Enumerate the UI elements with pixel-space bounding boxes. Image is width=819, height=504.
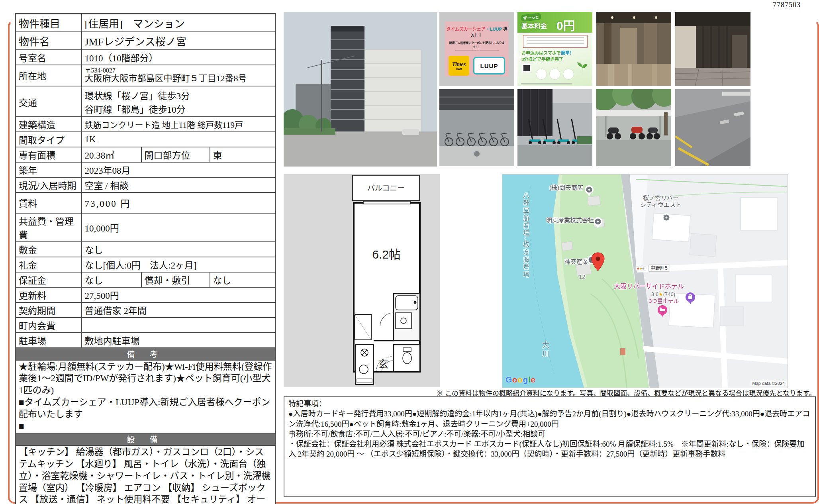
google-logo: Google: [506, 375, 535, 384]
flyer-infobox: [523, 35, 588, 48]
cell-label: 保証金: [16, 272, 82, 287]
cell-value: なし[個人:0円 法人:2ヶ月]: [82, 257, 276, 272]
map-intersection-sign: 中野町5: [648, 265, 670, 272]
flyer-footer-text: [521, 83, 572, 84]
cell-label: 礼金: [16, 257, 82, 272]
cell-value: 鉄筋コンクリート造 地上11階 総戸数119戸: [82, 117, 276, 132]
access-line: 谷町線「都島」徒歩10分: [85, 102, 272, 116]
cell-label: 契約期間: [16, 302, 82, 318]
map-label-river-city: 桜ノ宮リバーシティウエスト: [637, 194, 685, 208]
cell-label: 物件種目: [16, 14, 82, 32]
photo-building-exterior: [284, 12, 437, 167]
cell-label: 更新料: [16, 287, 82, 302]
cell-label: 所在地: [16, 65, 82, 86]
map-copyright: Map data ©2024: [750, 380, 787, 386]
photo-luup-port: [517, 89, 592, 166]
map-label-subject: 神交産業: [564, 258, 588, 265]
notes-paragraph: ・保証会社：保証会社利用必須 株式会社エポスカード エポスカード(保証人なし)初…: [288, 439, 811, 459]
traffic-signal-icon: [635, 266, 646, 271]
flyer-circle: [549, 69, 560, 80]
cell-label: 間取タイプ: [16, 132, 82, 147]
map-label-hotel: 大阪リバーサイドホテル: [614, 283, 679, 290]
cell-sublabel: 償却・敷引: [141, 272, 210, 287]
cell-value: なし: [82, 272, 141, 287]
cell-label: 敷金: [16, 242, 82, 257]
cell-label: 専有面積: [16, 147, 82, 162]
map-label-pier: 八軒屋船着場-枚方船着場: [522, 192, 529, 304]
rent-value: 73,000 円: [82, 192, 276, 213]
times-car-logo: Times CAR: [449, 56, 469, 76]
access-line: 環状線「桜ノ宮」徒歩3分: [85, 88, 272, 102]
remarks-line: ■タイムズカーシェア・LUUP導入:新規ご入居者様へクーポン配布いたします: [19, 396, 272, 420]
zero-yen-flyer: ずーっと 基本料金 0円 お申込みはスマホで簡単！ 3分ほどで手続き完了: [517, 12, 592, 86]
photo-lobby-interior: [596, 12, 671, 86]
floor-plan-drawing: バルコニー 6.2帖: [284, 174, 440, 387]
cell-label: 物件名: [16, 32, 82, 50]
qr-code: [522, 64, 531, 73]
cell-value: 10,000円: [82, 213, 276, 242]
cell-label: 交通: [16, 86, 82, 117]
cell-label: 建築構造: [16, 117, 82, 132]
cell-value: なし: [82, 242, 276, 257]
property-table: 物件種目 [住居用] マンション 物件名 JMFレジデンス桜ノ宮 号室名 101…: [15, 13, 276, 504]
map-label-hotel-class: 3つ星ホテル: [649, 298, 679, 304]
photo-moped-parking: [596, 89, 671, 166]
cell-value: 空室 / 相談: [82, 177, 276, 192]
remarks-line: ■: [19, 420, 272, 432]
bicycle-parking-image: [439, 89, 514, 166]
corridor-image: [675, 12, 750, 86]
luup-logo: LUUP: [473, 57, 505, 75]
cell-subvalue: なし: [210, 272, 276, 287]
postal-code: 〒534-0027: [85, 67, 272, 74]
cell-value: 27,500円: [82, 287, 276, 302]
flyer-line3: お申込みはスマホで簡単！: [521, 49, 574, 56]
parking-lot-image: [675, 89, 750, 166]
photo-zero-yen-flyer: ずーっと 基本料金 0円 お申込みはスマホで簡単！ 3分ほどで手続き完了: [517, 12, 592, 86]
lobby-image: [596, 12, 671, 86]
cell-label: 駐車場: [16, 333, 82, 348]
photo-bicycle-parking: [439, 89, 514, 166]
star-icon: ★: [658, 291, 663, 297]
photo-times-luup-card: タイムズカーシェア・LUUP 導入！！ 新規ご入居者様にクーポンを配布しておりま…: [439, 12, 514, 86]
map-label-company: 明東産業株式会社: [546, 217, 594, 224]
cell-sublabel: 開口部方位: [141, 147, 210, 162]
document-number: 7787503: [773, 1, 801, 9]
photo-entrance-corridor: [675, 12, 750, 86]
cell-value: 1010（10階部分）: [82, 50, 276, 65]
equipment-text: 【キッチン】 給湯器（都市ガス）・ガスコンロ（2口）・システムキッチン 【水廻り…: [16, 445, 276, 504]
cell-value: 普通借家 2年間: [82, 302, 276, 318]
address: 大阪府大阪市都島区中野町５丁目12番8号: [85, 74, 272, 83]
cell-value: 2023年08月: [82, 162, 276, 177]
flyer-zero-yen: 0円: [556, 16, 575, 33]
moped-parking-image: [596, 89, 671, 166]
cell-value: [住居用] マンション: [82, 14, 276, 32]
location-map: (株)問矢商店 明東産業株式会社 桜ノ宮リバーシティウエスト 神交産業 12 中…: [502, 174, 788, 388]
section-header-remarks: 備 考: [16, 348, 276, 360]
photo-parking-lot: [675, 89, 750, 166]
cell-value: 1K: [82, 132, 276, 147]
room-size-label: 6.2帖: [372, 248, 401, 261]
map-label-shop: (株)問矢商店: [549, 184, 583, 191]
floor-plan: バルコニー 6.2帖: [284, 174, 440, 387]
map-label-hotel-rating: 3.6★(740): [651, 292, 675, 298]
notes-paragraph: 事務所:不可/飲食店:不可/二人入居:不可/ピアノ:不可/楽器:不可/小型犬:相…: [288, 429, 811, 439]
notes-title: 特記事項：: [288, 399, 811, 409]
plant-sprout-icon: [574, 59, 590, 75]
section-header-equipment: 設 備: [16, 433, 276, 445]
cell-subvalue: 東: [210, 147, 276, 162]
cell-label: 現況/入居時期: [16, 177, 82, 192]
remarks-line: ★駐輪場:月額無料(ステッカー配布)★Wi-Fi使用料無料(登録作業後1～2週間…: [19, 361, 272, 397]
cell-value: 敷地内駐車場: [82, 333, 276, 348]
property-sheet: 7787503 物件種目 [住居用] マンション 物件名 JMFレジデンス桜ノ宮…: [0, 0, 819, 504]
entrance-label: 玄: [378, 359, 388, 370]
flyer-line4: 3分ほどで手続き完了: [521, 56, 563, 62]
notes-paragraph: ●入居時カードキー発行費用33,000円●短期解約違約金:1年以内1ヶ月(共込)…: [288, 409, 811, 429]
cell-value: 20.38㎡: [82, 147, 141, 162]
cell-value: JMFレジデンス桜ノ宮: [82, 32, 276, 50]
cell-label: 築年: [16, 162, 82, 177]
flyer-kihon: 基本料金: [521, 21, 547, 30]
map-label-river: 大川: [541, 341, 549, 369]
card-title: タイムズカーシェア・LUUP 導入！！: [445, 25, 509, 38]
cell-label: 町内会費: [16, 318, 82, 333]
cell-value: 〒534-0027 大阪府大阪市都島区中野町５丁目12番8号: [82, 65, 276, 86]
